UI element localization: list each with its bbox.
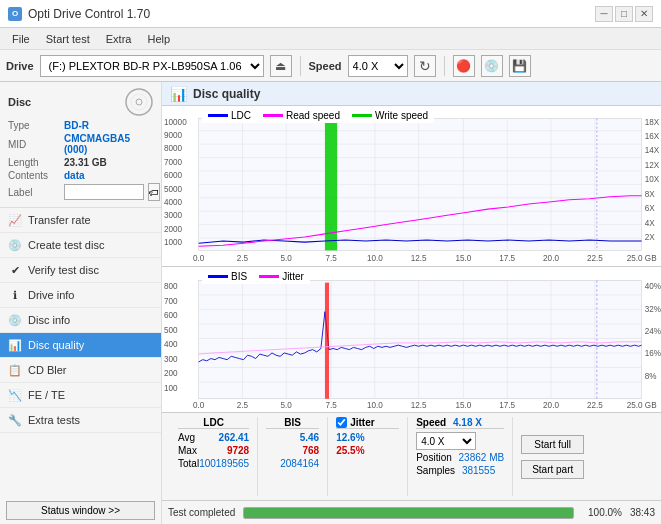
menu-file[interactable]: File [4,31,38,47]
eject-button[interactable]: ⏏ [270,55,292,77]
svg-text:7.5: 7.5 [325,399,337,409]
ldc-total-value: 100189565 [199,458,249,469]
svg-text:17.5: 17.5 [499,399,515,409]
svg-text:16X: 16X [645,132,660,141]
type-value: BD-R [64,120,89,131]
svg-text:7.5: 7.5 [325,254,337,263]
disc-panel: Disc Type BD-R MID CMCMAGBA5 (000) Leng [0,82,161,208]
legend-ldc: LDC [208,110,251,121]
svg-text:20.0: 20.0 [543,254,559,263]
disc-write-button[interactable]: 🔴 [453,55,475,77]
speed-dropdown[interactable]: 4.0 X2.0 X8.0 X [416,432,476,450]
sidebar-item-disc-info[interactable]: 💿 Disc info [0,308,161,333]
svg-text:20.0: 20.0 [543,399,559,409]
svg-text:40%: 40% [645,281,661,291]
svg-text:8000: 8000 [164,144,183,153]
svg-text:12.5: 12.5 [411,399,427,409]
disc-quality-label: Disc quality [28,339,84,351]
sidebar-item-cd-bler[interactable]: 📋 CD Bler [0,358,161,383]
stats-ldc: LDC Avg 262.41 Max 9728 Total 100189565 [170,417,258,496]
create-test-disc-label: Create test disc [28,239,104,251]
jitter-checkbox[interactable] [336,417,347,428]
close-button[interactable]: ✕ [635,6,653,22]
status-window-button[interactable]: Status window >> [6,501,155,520]
cd-bler-label: CD Bler [28,364,67,376]
svg-text:2X: 2X [645,233,655,242]
legend-read-speed-label: Read speed [286,110,340,121]
speed-select[interactable]: 4.0 X 2.0 X 8.0 X [348,55,408,77]
stats-bar: LDC Avg 262.41 Max 9728 Total 100189565 … [162,412,661,500]
svg-text:700: 700 [164,295,178,305]
sidebar-item-create-test-disc[interactable]: 💿 Create test disc [0,233,161,258]
svg-rect-69 [199,280,642,398]
disc-read-button[interactable]: 💿 [481,55,503,77]
type-label: Type [8,120,60,131]
save-button[interactable]: 💾 [509,55,531,77]
svg-text:7000: 7000 [164,158,183,167]
disc-contents-field: Contents data [8,170,153,181]
lower-chart: BIS Jitter 800 700 600 500 400 300 [162,267,661,412]
label-input[interactable] [64,184,144,200]
svg-text:8X: 8X [645,190,655,199]
speed-label: Speed [309,60,342,72]
menubar: File Start test Extra Help [0,28,661,50]
sidebar-item-drive-info[interactable]: ℹ Drive info [0,283,161,308]
drive-info-icon: ℹ [8,288,22,302]
svg-text:22.5: 22.5 [587,399,603,409]
sidebar-item-fe-te[interactable]: 📉 FE / TE [0,383,161,408]
bis-avg-value: 5.46 [300,432,319,443]
legend-read-speed: Read speed [263,110,340,121]
bottom-status: Test completed 100.0% 38:43 [162,500,661,524]
samples-value: 381555 [462,465,495,476]
speed-header: Speed [416,417,446,428]
disc-panel-header: Disc [8,88,153,116]
main-area: Disc Type BD-R MID CMCMAGBA5 (000) Leng [0,82,661,524]
avg-label: Avg [178,432,195,443]
svg-text:200: 200 [164,368,178,378]
window-controls: ─ □ ✕ [595,6,653,22]
svg-text:300: 300 [164,353,178,363]
svg-text:100: 100 [164,382,178,392]
ldc-avg-value: 262.41 [219,432,250,443]
lower-legend: BIS Jitter [202,269,310,284]
speed-select-row: 4.0 X2.0 X8.0 X [416,432,504,450]
extra-tests-icon: 🔧 [8,413,22,427]
svg-text:24%: 24% [645,325,661,335]
mid-label: MID [8,139,60,150]
label-icon-btn[interactable]: 🏷 [148,183,160,201]
menu-start-test[interactable]: Start test [38,31,98,47]
separator [300,56,301,76]
titlebar: O Opti Drive Control 1.70 ─ □ ✕ [0,0,661,28]
legend-jitter: Jitter [259,271,304,282]
svg-text:12X: 12X [645,161,660,170]
disc-quality-icon: 📊 [8,338,22,352]
minimize-button[interactable]: ─ [595,6,613,22]
refresh-button[interactable]: ↻ [414,55,436,77]
sidebar-item-verify-test-disc[interactable]: ✔ Verify test disc [0,258,161,283]
maximize-button[interactable]: □ [615,6,633,22]
stats-jitter: Jitter 12.6% 25.5% [328,417,408,496]
start-full-button[interactable]: Start full [521,435,584,454]
fe-te-icon: 📉 [8,388,22,402]
menu-extra[interactable]: Extra [98,31,140,47]
cd-bler-icon: 📋 [8,363,22,377]
sidebar-item-transfer-rate[interactable]: 📈 Transfer rate [0,208,161,233]
svg-rect-53 [325,118,337,250]
titlebar-left: O Opti Drive Control 1.70 [8,7,150,21]
svg-text:10X: 10X [645,175,660,184]
position-value: 23862 MB [459,452,505,463]
separator2 [444,56,445,76]
disc-quality-header: 📊 Disc quality [162,82,661,106]
ldc-header: LDC [178,417,249,429]
start-part-button[interactable]: Start part [521,460,584,479]
drive-select[interactable]: (F:) PLEXTOR BD-R PX-LB950SA 1.06 [40,55,264,77]
svg-point-0 [126,89,152,115]
upper-legend: LDC Read speed Write speed [202,108,434,123]
upper-chart-svg: 10000 9000 8000 7000 6000 5000 4000 3000… [162,106,661,266]
sidebar-item-disc-quality[interactable]: 📊 Disc quality [0,333,161,358]
sidebar-item-extra-tests[interactable]: 🔧 Extra tests [0,408,161,433]
stats-bis: BIS 5.46 768 2084164 [258,417,328,496]
svg-text:10.0: 10.0 [367,399,383,409]
length-label: Length [8,157,60,168]
menu-help[interactable]: Help [139,31,178,47]
